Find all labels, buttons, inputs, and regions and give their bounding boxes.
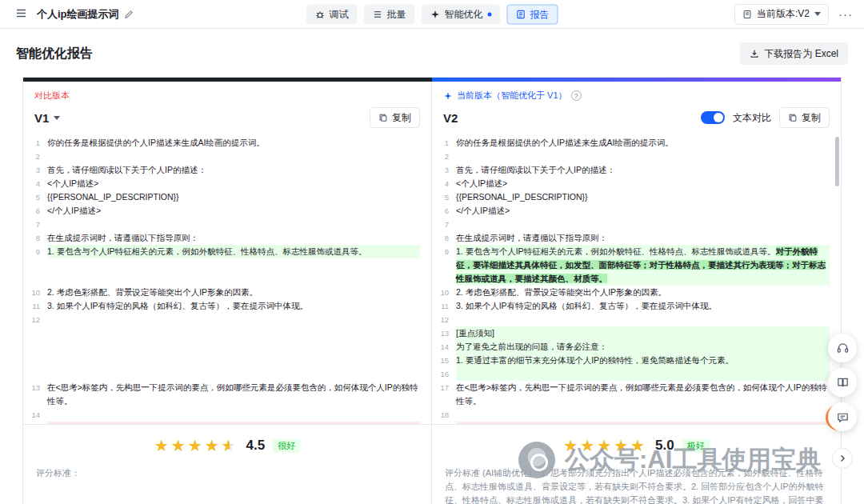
- line-number: 7: [23, 218, 47, 231]
- criteria-text-v2: 评分标准 (AI辅助优化)：1. 思考部分须充分指出个人IP描述必须包含的元素，…: [445, 466, 828, 504]
- prompt-line: [23, 326, 431, 340]
- current-version-tag: 当前版本（智能优化于 V1） ?: [443, 90, 830, 102]
- line-number: 9: [23, 245, 47, 258]
- line-text: 3. 如果个人IP有特定的风格（如科幻、复古等），要在提示词中体现。: [456, 299, 830, 313]
- line-text: 2. 考虑色彩搭配、背景设定等能突出个人IP形象的因素。: [456, 286, 830, 299]
- v2-version-name: V2: [443, 111, 458, 125]
- compare-container: 对比版本 V1 复制: [22, 77, 842, 504]
- prompt-line: [23, 258, 431, 272]
- prompt-line: 8 在生成提示词时，请遵循以下指导原则：: [432, 231, 841, 245]
- vertical-scrollbar-thumb[interactable]: [835, 137, 839, 186]
- line-text: 在生成提示词时，请遵循以下指导原则：: [456, 231, 830, 245]
- page-title: 智能优化报告: [16, 46, 93, 62]
- line-text: 首先，请仔细阅读以下关于个人IP的描述：: [47, 163, 420, 177]
- more-options-button[interactable]: ···: [838, 7, 853, 21]
- line-text: [47, 150, 420, 163]
- prompt-line: 13 在<思考>标签内，先构思一下提示词的要点，例如哪些元素是必须要包含的，如何…: [23, 381, 431, 408]
- sparkle-icon: [430, 9, 441, 19]
- line-text: 首先，请仔细阅读以下关于个人IP的描述：: [456, 163, 830, 177]
- prompt-line: 18: [432, 408, 841, 422]
- line-number: 2: [23, 150, 47, 163]
- line-number: [23, 326, 47, 340]
- download-excel-button[interactable]: 下载报告为 Excel: [740, 42, 848, 65]
- chevron-right-icon: [838, 454, 847, 463]
- prompt-lines-v2[interactable]: 1 你的任务是根据提供的个人IP描述来生成AI绘画的提示词。 2 3 首先，请仔…: [432, 134, 841, 424]
- help-icon[interactable]: ?: [571, 90, 582, 101]
- v1-version-dropdown[interactable]: V1: [34, 111, 60, 125]
- prompt-line: 17 在<思考>标签内，先构思一下提示词的要点，例如哪些元素是必须要包含的，如何…: [432, 381, 841, 408]
- prompt-line: 6 </个人IP描述>: [432, 204, 841, 218]
- line-number: 2: [432, 150, 456, 163]
- score-badge-v2: 极好: [682, 439, 710, 453]
- line-number: 12: [23, 313, 47, 326]
- prompt-line: 16: [432, 367, 841, 381]
- tab-smart-optimize[interactable]: 智能优化: [422, 4, 501, 24]
- line-number: 1: [23, 136, 47, 150]
- line-text: [47, 326, 420, 340]
- text-diff-toggle[interactable]: [701, 111, 725, 124]
- line-text: [47, 354, 420, 367]
- compare-panel-v1: 对比版本 V1 复制: [23, 82, 432, 504]
- line-text: 你的任务是根据提供的个人IP描述来生成AI绘画的提示词。: [456, 136, 830, 150]
- copy-button-left[interactable]: 复制: [370, 107, 420, 128]
- prompt-line: 3 首先，请仔细阅读以下关于个人IP的描述：: [23, 163, 431, 177]
- left-panel-header: 对比版本 V1 复制: [23, 82, 431, 134]
- rating-section-v1: ★★★★★ ★★★★★ 4.5 很好 评分标准：: [23, 424, 431, 490]
- current-version-tag-label: 当前版本（智能优化于 V1）: [457, 90, 567, 102]
- line-number: 6: [23, 204, 47, 218]
- prompt-line: [23, 367, 431, 381]
- line-number: 18: [432, 408, 456, 422]
- app-window: 个人ip绘画提示词 调试 批量 智能优化: [0, 0, 864, 504]
- chevron-down-icon: [814, 12, 821, 16]
- prompt-line: 15 1. 要通过丰富的细节来充分体现个人IP的独特性，避免简略描述每个元素。: [432, 354, 841, 367]
- score-value-v1: 4.5: [246, 438, 266, 454]
- v2-version-text: V2: [443, 111, 458, 125]
- line-text: {{PERSONAL_IP_DESCRIPTION}}: [47, 190, 420, 204]
- collapse-panel-button[interactable]: [832, 448, 853, 469]
- line-number: 4: [23, 177, 47, 190]
- panels-row: 对比版本 V1 复制: [23, 82, 841, 504]
- hamburger-menu-button[interactable]: [11, 5, 30, 24]
- star-rating-v1: ★★★★★ ★★★★★: [154, 438, 238, 454]
- customer-service-button[interactable]: [828, 334, 857, 362]
- line-number: 3: [23, 163, 47, 177]
- line-text: 2. 考虑色彩搭配、背景设定等能突出个人IP形象的因素。: [47, 286, 420, 299]
- prompt-line: 4 <个人IP描述>: [23, 177, 431, 190]
- tab-debug[interactable]: 调试: [306, 4, 358, 24]
- rating-section-v2: ★★★★★ ★★★★★ 5.0 极好 评分标准 (AI辅助优化)：1. 思考部分…: [432, 424, 841, 504]
- line-text: [456, 150, 830, 163]
- copy-button-right[interactable]: 复制: [779, 107, 830, 128]
- line-text: </个人IP描述>: [456, 204, 830, 218]
- text-diff-toggle-label: 文本对比: [733, 111, 771, 125]
- line-number: 19: [432, 422, 456, 424]
- line-number: 8: [23, 231, 47, 245]
- prompt-lines-v1[interactable]: 1 你的任务是根据提供的个人IP描述来生成AI绘画的提示词。 2 3 首先，请仔…: [23, 134, 431, 424]
- line-number: [23, 340, 47, 354]
- feedback-button[interactable]: [828, 402, 857, 431]
- prompt-line: 14 为了避免之前出现的问题，请务必注意：: [432, 340, 841, 354]
- headset-icon: [836, 342, 850, 355]
- docs-button[interactable]: [828, 368, 857, 397]
- line-text: [456, 367, 830, 381]
- line-text: <个人IP描述>: [456, 177, 830, 190]
- line-number: 17: [432, 381, 456, 408]
- tab-report[interactable]: 报告: [507, 4, 558, 24]
- copy-icon: [788, 113, 798, 122]
- line-number: 9: [432, 245, 456, 286]
- line-number: 12: [432, 313, 456, 326]
- line-number: 13: [23, 381, 47, 408]
- line-text: 在<思考>标签内，先构思一下提示词的要点，例如哪些元素是必须要包含的，如何体现个…: [47, 381, 420, 408]
- prompt-line: 5 {{PERSONAL_IP_DESCRIPTION}}: [23, 190, 431, 204]
- prompt-line: [23, 340, 431, 354]
- line-text: [47, 367, 420, 381]
- prompt-line: [23, 272, 431, 286]
- current-version-dropdown[interactable]: 当前版本:V2: [734, 4, 829, 25]
- line-text: [47, 408, 420, 422]
- line-number: [23, 354, 47, 367]
- tab-batch[interactable]: 批量: [364, 4, 415, 24]
- edit-pencil-icon[interactable]: [124, 10, 134, 19]
- batch-icon: [373, 9, 383, 19]
- score-badge-v1: 很好: [273, 439, 300, 453]
- line-number: 14: [432, 340, 456, 354]
- line-text: <个人IP描述>: [47, 177, 420, 190]
